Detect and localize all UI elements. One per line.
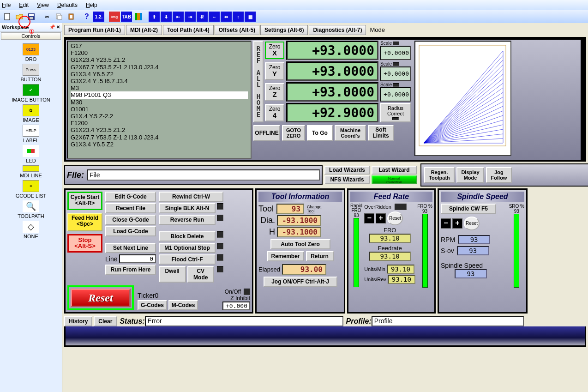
tab-offsets[interactable]: Offsets (Alt-5) xyxy=(215,25,259,35)
tab-tool-path[interactable]: Tool Path (Alt-4) xyxy=(163,25,214,35)
ws-item-led[interactable]: LED xyxy=(23,145,39,163)
align-bottom-icon[interactable]: ⬇ xyxy=(161,12,172,22)
close-icon[interactable]: ✕ xyxy=(56,24,60,30)
menu-edit[interactable]: Edit xyxy=(19,2,29,8)
units-rev-field[interactable]: 93.10 xyxy=(388,275,415,284)
z-inhibit-field[interactable]: +0.000 xyxy=(222,302,250,310)
edit-gcode-button[interactable]: Edit G-Code xyxy=(105,192,156,202)
load-wizards-button[interactable]: Load Wizards xyxy=(324,166,370,175)
menu-file[interactable]: File xyxy=(2,2,11,8)
soft-limits-button[interactable]: Soft Limits xyxy=(368,125,394,141)
auto-tool-zero-button[interactable]: Auto Tool Zero xyxy=(270,239,330,249)
sov-field[interactable]: 93 xyxy=(457,246,489,255)
reverse-run-button[interactable]: Reverse Run xyxy=(159,215,216,225)
run-from-here-button[interactable]: Run From Here xyxy=(105,265,156,275)
change-tool-label[interactable]: Change Tool xyxy=(307,205,322,213)
menu-help[interactable]: Help xyxy=(86,2,97,8)
fit-h-icon[interactable]: ⇔ xyxy=(221,12,232,22)
display-mode-button[interactable]: Display Mode xyxy=(456,167,484,183)
save-icon[interactable] xyxy=(26,12,37,22)
return-button[interactable]: Return xyxy=(306,251,334,261)
dro-x[interactable]: +93.0000 xyxy=(286,41,378,60)
open-file-icon[interactable] xyxy=(14,12,25,22)
elapsed-field[interactable]: 93.00 xyxy=(282,264,326,275)
m1-optional-button[interactable]: M1 Optional Stop xyxy=(159,243,216,253)
ws-item-gcode-list[interactable]: ≡GCODE LIST xyxy=(16,180,47,199)
toolpath-display[interactable] xyxy=(414,41,511,156)
zero-4-button[interactable]: Zero4 xyxy=(265,104,284,121)
align-right-icon[interactable]: ⇥ xyxy=(185,12,196,22)
ref-all-home-button[interactable]: R E F A L L H O M E xyxy=(253,41,264,122)
regen-toolpath-button[interactable]: Regen. Toolpath xyxy=(424,167,455,183)
stretch-h-icon[interactable]: ↔ xyxy=(209,12,220,22)
fro-reset-button[interactable]: Reset xyxy=(387,211,403,225)
cut-icon[interactable]: ✂ xyxy=(42,12,53,22)
cv-mode-button[interactable]: CV Mode xyxy=(187,266,215,283)
fro-plus-button[interactable]: + xyxy=(376,213,386,223)
gcode-listing[interactable]: G17 F1200 G1X23.4 Y23.5 Z1.2 G2X67.7 Y53… xyxy=(67,41,252,159)
stop-button[interactable]: Stop <Alt-S> xyxy=(67,234,102,253)
to-go-button[interactable]: To Go xyxy=(307,125,333,141)
zero-y-button[interactable]: ZeroY xyxy=(265,62,284,80)
m-codes-button[interactable]: M-Codes xyxy=(168,300,198,310)
tool-img-icon[interactable]: Img xyxy=(109,12,120,22)
dro-z[interactable]: +93.0000 xyxy=(286,82,378,102)
set-next-line-button[interactable]: Set Next Line xyxy=(105,243,156,253)
dro-y[interactable]: +93.0000 xyxy=(286,61,378,81)
jog-follow-button[interactable]: Jog Follow xyxy=(486,167,512,183)
ws-item-none[interactable]: ◇NONE xyxy=(23,221,39,239)
fro-minus-button[interactable]: − xyxy=(364,213,374,223)
offline-button[interactable]: OFFLINE xyxy=(253,125,280,141)
align-center-v-icon[interactable]: ⇵ xyxy=(197,12,208,22)
grid-icon[interactable]: ▦ xyxy=(245,12,256,22)
flood-button[interactable]: Flood Ctrl-F xyxy=(159,254,216,265)
align-top-icon[interactable]: ⬆ xyxy=(149,12,160,22)
machine-coords-button[interactable]: Machine Coord's xyxy=(335,125,366,141)
ws-item-button[interactable]: PressBUTTON xyxy=(20,64,41,82)
single-block-button[interactable]: Single BLK Alt-N xyxy=(159,203,216,213)
g-codes-button[interactable]: G-Codes xyxy=(138,300,167,310)
nfs-wizards-button[interactable]: NFS Wizards xyxy=(324,175,370,184)
history-button[interactable]: History xyxy=(64,316,92,326)
units-min-field[interactable]: 93.10 xyxy=(387,265,414,274)
block-delete-button[interactable]: Block Delete xyxy=(159,231,216,241)
pin-icon[interactable]: 📌 xyxy=(49,24,55,30)
copy-icon[interactable] xyxy=(54,12,65,22)
recent-file-button[interactable]: Recent File xyxy=(105,203,156,213)
clear-button[interactable]: Clear xyxy=(94,316,117,326)
file-field[interactable]: File xyxy=(87,169,320,181)
ws-item-dro[interactable]: 0123DRO xyxy=(23,43,39,62)
ws-item-label[interactable]: HELPLABEL xyxy=(23,125,39,143)
sro-plus-button[interactable]: + xyxy=(452,218,462,229)
tool-123-icon[interactable]: 1.2. xyxy=(93,12,104,22)
feedrate-field[interactable]: 93.10 xyxy=(369,252,411,261)
tool-tab-icon[interactable]: TAB xyxy=(121,12,132,22)
tool-number-field[interactable]: 93 xyxy=(276,204,304,214)
remember-button[interactable]: Remember xyxy=(267,251,304,261)
dia-field[interactable]: -93.1000 xyxy=(277,215,321,226)
rewind-button[interactable]: Rewind Ctrl-W xyxy=(159,192,223,202)
jog-onoff-button[interactable]: Jog ON/OFF Ctrl-Alt-J xyxy=(264,277,337,287)
menu-defaults[interactable]: Defaults xyxy=(57,2,78,8)
tab-settings[interactable]: Settings (Alt-6) xyxy=(260,25,308,35)
feed-hold-button[interactable]: Feed Hold <Spc> xyxy=(67,213,102,231)
sro-minus-button[interactable]: − xyxy=(441,218,451,229)
line-field[interactable]: 0 xyxy=(119,254,156,263)
align-left-icon[interactable]: ⇤ xyxy=(173,12,184,22)
radius-correct-button[interactable]: RadiusCorrect xyxy=(380,103,411,122)
ws-item-image-button[interactable]: ✔IMAGE BUTTON xyxy=(12,84,50,103)
paste-icon[interactable] xyxy=(66,12,77,22)
menu-view[interactable]: View xyxy=(37,2,49,8)
fro-field[interactable]: 93.10 xyxy=(369,234,411,243)
tab-mdi[interactable]: MDI (Alt-2) xyxy=(126,25,162,35)
ws-item-image[interactable]: ✿IMAGE xyxy=(23,104,39,123)
tab-program-run[interactable]: Program Run (Alt-1) xyxy=(64,25,125,35)
ws-item-mdi[interactable]: MDI LINE xyxy=(20,165,42,178)
tab-diagnostics[interactable]: Diagnostics (Alt-7) xyxy=(309,25,366,35)
h-field[interactable]: -93.1000 xyxy=(277,227,321,237)
stretch-v-icon[interactable]: ↕ xyxy=(233,12,244,22)
new-file-icon[interactable] xyxy=(2,12,13,22)
dwell-button[interactable]: Dwell xyxy=(159,266,186,283)
zero-x-button[interactable]: ZeroX xyxy=(265,42,284,59)
rpm-field[interactable]: 93 xyxy=(458,235,490,244)
